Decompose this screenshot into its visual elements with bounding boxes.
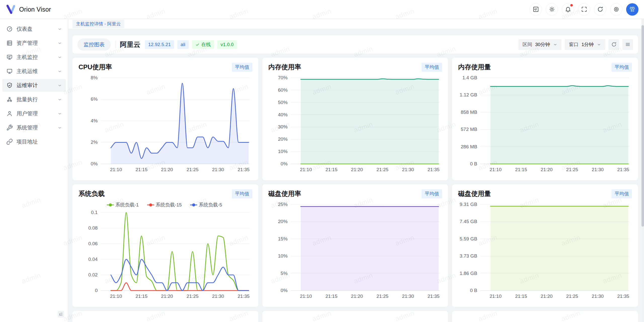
aggregation-badge[interactable]: 平均值 — [612, 63, 632, 72]
svg-text:21:15: 21:15 — [515, 167, 527, 172]
toolbar-left: 监控图表 阿里云 12.92.5.21ali在线v1.0.0 — [77, 39, 237, 51]
refresh-icon — [597, 6, 603, 13]
monitor-charts-button[interactable]: 监控图表 — [77, 39, 111, 51]
notification-dot — [570, 4, 573, 7]
chevron-down-icon — [57, 69, 62, 74]
logo[interactable]: Orion Visor — [6, 4, 51, 15]
chevron-down-icon — [57, 111, 62, 116]
chart-title: CPU使用率 — [78, 63, 112, 71]
chart-card-memory-usage-amount: 内存使用量平均值1.4 GB1.12 GB858 MB572 MB286 MB0… — [452, 58, 638, 180]
next-row-partial — [72, 311, 638, 322]
chart-plot-disk-usage-percent[interactable]: 25%20%15%10%5%0%21:1021:1521:2021:2521:3… — [268, 200, 442, 300]
user-avatar[interactable]: 管 — [626, 3, 638, 16]
svg-text:21:30: 21:30 — [402, 167, 414, 172]
chevron-down-icon — [597, 42, 601, 47]
aggregation-badge[interactable]: 平均值 — [422, 63, 442, 72]
refresh-charts-button[interactable] — [609, 39, 619, 50]
svg-text:0.06: 0.06 — [88, 241, 98, 246]
range-select[interactable]: 区间 30分钟 — [518, 39, 561, 50]
sidebar-item-label: 仪表盘 — [17, 25, 57, 32]
chevron-down-icon — [57, 55, 62, 60]
svg-text:21:30: 21:30 — [212, 167, 224, 172]
chart-title: 内存使用量 — [458, 63, 491, 71]
chart-plot-disk-usage-amount[interactable]: 9.31 GB7.45 GB5.59 GB3.73 GB1.86 GB0 B21… — [458, 200, 632, 300]
host-tag-text: 在线 — [201, 41, 211, 48]
sidebar-item-label: 运维审计 — [17, 82, 57, 89]
sun-icon — [549, 6, 555, 13]
breadcrumb: 主机监控详情 - 阿里云 — [68, 19, 644, 29]
link-icon — [6, 138, 13, 145]
svg-text:0.04: 0.04 — [88, 257, 98, 262]
chart-card-memory-usage-percent: 内存使用率平均值70%60%50%40%30%20%10%0%21:1021:1… — [262, 58, 448, 180]
chevron-down-icon — [57, 41, 62, 46]
header-bell-button[interactable] — [562, 3, 574, 16]
svg-text:21:25: 21:25 — [376, 294, 388, 299]
header-refresh-button[interactable] — [594, 3, 606, 16]
aggregation-badge[interactable]: 平均值 — [422, 189, 442, 198]
host-tag-text: 12.92.5.21 — [148, 42, 171, 47]
window-select[interactable]: 窗口 1分钟 — [565, 39, 605, 50]
svg-text:21:35: 21:35 — [427, 167, 439, 172]
chart-plot-memory-usage-amount[interactable]: 1.4 GB1.12 GB858 MB572 MB286 MB0 B21:102… — [458, 73, 632, 173]
svg-text:7.45 GB: 7.45 GB — [460, 219, 477, 224]
sidebar-item-batch-exec[interactable]: 批量执行 — [2, 93, 66, 106]
scrollbar-track[interactable] — [641, 19, 644, 322]
orion-visor-logo-icon — [6, 4, 16, 15]
svg-text:25%: 25% — [278, 202, 288, 207]
chart-plot-system-load[interactable]: 0.10.080.060.040.02021:1021:1521:2021:25… — [78, 200, 252, 300]
sidebar-item-link[interactable]: 项目地址 — [2, 135, 66, 148]
sidebar-item-assets[interactable]: 资产管理 — [2, 37, 66, 49]
svg-text:21:30: 21:30 — [592, 167, 604, 172]
chart-card-disk-usage-amount: 磁盘使用量平均值9.31 GB7.45 GB5.59 GB3.73 GB1.86… — [452, 184, 638, 307]
aggregation-badge[interactable]: 平均值 — [232, 189, 252, 198]
aggregation-badge[interactable]: 平均值 — [232, 63, 252, 72]
chevron-down-icon — [57, 125, 62, 130]
chart-layout-menu-button[interactable] — [622, 39, 633, 50]
toolbar-divider — [115, 41, 115, 48]
chart-card-partial — [72, 311, 258, 322]
breadcrumb-tab[interactable]: 主机监控详情 - 阿里云 — [72, 20, 124, 28]
svg-text:21:35: 21:35 — [617, 167, 629, 172]
scrollbar-thumb[interactable] — [641, 25, 644, 227]
sidebar-item-host-monitor[interactable]: 主机监控 — [2, 51, 66, 63]
header-fullscreen-button[interactable] — [578, 3, 590, 16]
chart-card-head: 磁盘使用量平均值 — [458, 189, 632, 198]
chart-title: 内存使用率 — [268, 63, 301, 71]
app-header: Orion Visor 管 — [0, 0, 644, 19]
chevron-down-icon — [553, 42, 557, 47]
svg-text:15%: 15% — [278, 236, 288, 241]
sidebar-item-label: 用户管理 — [17, 110, 57, 117]
svg-text:30%: 30% — [278, 124, 288, 129]
host-tag-text: v1.0.0 — [221, 42, 234, 47]
sidebar-item-gauge[interactable]: 仪表盘 — [2, 23, 66, 35]
header-gear-button[interactable] — [610, 3, 622, 16]
svg-text:0 B: 0 B — [470, 161, 477, 166]
svg-text:0: 0 — [95, 288, 98, 293]
sidebar-menu: 仪表盘资产管理主机监控主机运维运维审计批量执行用户管理系统管理项目地址 — [2, 23, 66, 148]
chart-plot-memory-usage-percent[interactable]: 70%60%50%40%30%20%10%0%21:1021:1521:2021… — [268, 73, 442, 173]
user-icon — [6, 110, 13, 117]
sidebar-item-host-ops[interactable]: 主机运维 — [2, 65, 66, 78]
sidebar-item-label: 主机监控 — [17, 54, 57, 61]
header-code-square-button[interactable] — [530, 3, 542, 16]
hamburger-icon — [625, 42, 631, 47]
sidebar-item-wrench[interactable]: 系统管理 — [2, 121, 66, 134]
sidebar-item-shield-check[interactable]: 运维审计 — [2, 79, 66, 92]
svg-text:8%: 8% — [91, 75, 98, 80]
sidebar-item-user[interactable]: 用户管理 — [2, 107, 66, 120]
svg-text:0.1: 0.1 — [91, 210, 98, 215]
svg-text:60%: 60% — [278, 87, 288, 93]
bell-icon — [565, 6, 571, 13]
chart-card-disk-usage-percent: 磁盘使用率平均值25%20%15%10%5%0%21:1021:1521:202… — [262, 184, 448, 307]
content-area: 监控图表 阿里云 12.92.5.21ali在线v1.0.0 区间 30分钟 窗… — [68, 29, 641, 322]
aggregation-badge[interactable]: 平均值 — [612, 189, 632, 198]
sidebar-collapse-button[interactable] — [58, 311, 64, 317]
host-tag: v1.0.0 — [217, 40, 237, 49]
chart-plot-cpu-usage[interactable]: 8%6%4%2%0%21:1021:1521:2021:2521:3021:35 — [78, 73, 252, 173]
svg-text:21:20: 21:20 — [161, 167, 173, 172]
svg-text:3.73 GB: 3.73 GB — [460, 253, 477, 259]
header-sun-button[interactable] — [546, 3, 558, 16]
svg-text:0%: 0% — [280, 161, 288, 166]
svg-text:21:25: 21:25 — [187, 167, 199, 172]
svg-text:21:35: 21:35 — [238, 167, 250, 172]
